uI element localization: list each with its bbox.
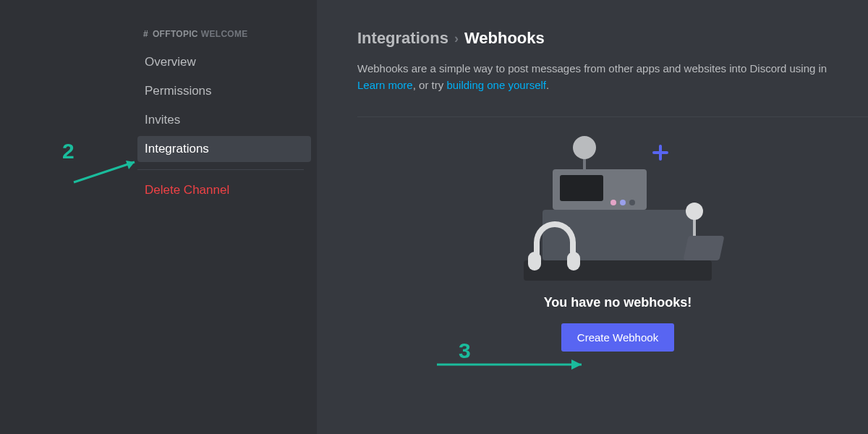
chevron-right-icon: ›	[454, 31, 459, 46]
build-one-link[interactable]: building one yourself	[446, 79, 546, 91]
sidebar-separator	[137, 169, 304, 170]
hash-icon: #	[143, 29, 148, 39]
sidebar-item-invites[interactable]: Invites	[137, 107, 311, 133]
soldering-gun-icon	[683, 236, 724, 260]
learn-more-link[interactable]: Learn more	[357, 79, 413, 91]
empty-state: You have no webhooks! Create Webhook	[357, 136, 868, 352]
breadcrumb-current: Webhooks	[464, 29, 545, 48]
sidebar-item-permissions[interactable]: Permissions	[137, 78, 311, 104]
empty-state-title: You have no webhooks!	[544, 295, 692, 310]
sidebar-item-overview[interactable]: Overview	[137, 49, 311, 75]
joystick-icon	[686, 203, 703, 220]
main-content: Integrations › Webhooks Webhooks are a s…	[317, 0, 868, 434]
channel-sub: WELCOME	[201, 29, 248, 39]
sidebar-item-integrations[interactable]: Integrations	[137, 136, 311, 162]
channel-name: OFFTOPIC	[153, 29, 198, 39]
breadcrumb: Integrations › Webhooks	[357, 29, 868, 48]
create-webhook-button[interactable]: Create Webhook	[561, 323, 674, 352]
annotation-step-2: 2	[62, 139, 75, 163]
settings-sidebar: # OFFTOPIC WELCOME Overview Permissions …	[0, 0, 317, 434]
breadcrumb-parent[interactable]: Integrations	[357, 29, 448, 48]
sidebar-item-delete-channel[interactable]: Delete Channel	[137, 177, 311, 203]
satellite-dish-icon	[573, 136, 596, 159]
annotation-step-3: 3	[459, 339, 471, 363]
content-divider	[357, 116, 868, 117]
description-text: Webhooks are a simple way to post messag…	[357, 61, 868, 93]
webhooks-illustration	[509, 136, 726, 281]
channel-heading: # OFFTOPIC WELCOME	[143, 29, 311, 39]
sparkle-icon	[652, 145, 668, 161]
